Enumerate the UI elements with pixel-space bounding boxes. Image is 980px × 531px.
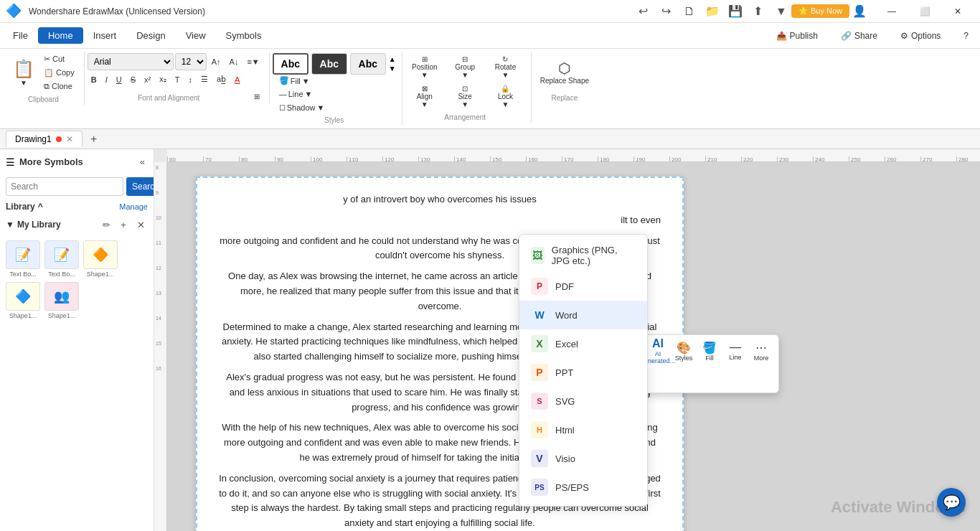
text-style-btn[interactable]: T bbox=[171, 74, 184, 85]
underline-btn[interactable]: U bbox=[113, 74, 126, 85]
fill-btn[interactable]: 🪣 Fill ▼ bbox=[275, 75, 329, 87]
new-btn[interactable]: 🗋 bbox=[679, 1, 699, 22]
subscript-btn[interactable]: x₂ bbox=[156, 73, 170, 85]
export-excel-item[interactable]: X Excel bbox=[519, 329, 647, 358]
style-box-2[interactable]: Abc bbox=[311, 53, 347, 75]
share-btn[interactable]: 🔗 Share bbox=[832, 28, 886, 44]
rotate-btn[interactable]: ↻Rotate ▼ bbox=[486, 53, 524, 81]
ft-styles-btn[interactable]: 🎨 Styles bbox=[672, 339, 695, 362]
ruler-tick-230: 230 bbox=[777, 156, 813, 162]
export-graphics-item[interactable]: 🖼 Graphics (PNG, JPG etc.) bbox=[519, 239, 647, 272]
thumbnail-item-1[interactable]: 📝 Text Bo... bbox=[44, 240, 79, 278]
ft-ai-btn[interactable]: AI AI generated... bbox=[646, 339, 669, 362]
increase-font-btn[interactable]: A↑ bbox=[208, 56, 225, 67]
maximize-btn[interactable]: ⬜ bbox=[908, 0, 941, 23]
bullet-list-btn[interactable]: ☰ bbox=[197, 73, 212, 85]
thumbnail-item-2[interactable]: 🔶 Shape1... bbox=[83, 240, 118, 278]
options-btn[interactable]: ⚙ Options bbox=[892, 28, 949, 44]
ft-more-btn[interactable]: ⋯ More bbox=[750, 339, 773, 362]
document-tab[interactable]: Drawing1 ✕ bbox=[6, 131, 83, 147]
sidebar-collapse-btn[interactable]: « bbox=[137, 155, 148, 169]
word-icon: W bbox=[531, 306, 548, 324]
shadow-btn[interactable]: ◻ Shadow ▼ bbox=[275, 101, 329, 113]
open-btn[interactable]: 📁 bbox=[702, 1, 722, 22]
library-label[interactable]: Library ^ bbox=[6, 202, 43, 212]
style-box-3[interactable]: Abc bbox=[350, 53, 386, 75]
close-library-btn[interactable]: ✕ bbox=[133, 217, 148, 232]
edit-library-btn[interactable]: ✏ bbox=[99, 217, 113, 232]
redo-btn[interactable]: ↪ bbox=[656, 1, 677, 22]
align-btn[interactable]: ⊠Align ▼ bbox=[405, 83, 444, 111]
styles-scroll-up[interactable]: ▲ bbox=[389, 55, 396, 63]
menu-view[interactable]: View bbox=[176, 27, 216, 44]
line-btn[interactable]: — Line ▼ bbox=[275, 88, 329, 100]
menu-symbols[interactable]: Symbols bbox=[216, 27, 272, 44]
position-btn[interactable]: ⊞Position ▼ bbox=[405, 53, 444, 81]
manage-link[interactable]: Manage bbox=[119, 202, 148, 211]
thumbnail-item-4[interactable]: 👥 Shape1... bbox=[44, 282, 79, 319]
size-btn[interactable]: ⊡Size ▼ bbox=[446, 83, 484, 111]
search-row: Search bbox=[0, 174, 154, 199]
search-btn[interactable]: Search bbox=[126, 177, 154, 196]
help-btn[interactable]: ? bbox=[955, 28, 977, 44]
export-word-item[interactable]: W Word bbox=[519, 301, 647, 329]
thumbnail-item-0[interactable]: 📝 Text Bo... bbox=[6, 240, 40, 278]
align-dropdown-btn[interactable]: ≡▼ bbox=[243, 56, 263, 67]
save-btn[interactable]: 💾 bbox=[725, 1, 745, 22]
menu-file[interactable]: File bbox=[3, 27, 38, 44]
italic-btn[interactable]: I bbox=[102, 74, 111, 85]
ft-fill-btn[interactable]: 🪣 Fill bbox=[698, 339, 721, 362]
decrease-font-btn[interactable]: A↓ bbox=[226, 56, 242, 67]
style-box-1[interactable]: Abc bbox=[273, 53, 308, 75]
publish-btn[interactable]: 📤 Publish bbox=[768, 28, 826, 44]
canvas-area[interactable]: 60 70 80 90 100 110 120 130 140 150 160 … bbox=[154, 149, 980, 531]
lock-btn[interactable]: 🔒Lock ▼ bbox=[486, 83, 524, 111]
undo-btn[interactable]: ↩ bbox=[633, 1, 654, 22]
line-spacing-btn[interactable]: ↕ bbox=[184, 74, 196, 85]
clone-btn[interactable]: ⧉ Clone bbox=[40, 80, 78, 93]
canvas-content[interactable]: y of an introvert boy who overcomes his … bbox=[167, 162, 980, 531]
export-btn[interactable]: ⬆ bbox=[748, 1, 768, 22]
font-group-label: Font and Alignment bbox=[88, 91, 250, 102]
cut-btn[interactable]: ✂ Cut bbox=[40, 53, 78, 65]
export-svg-item[interactable]: S SVG bbox=[519, 387, 647, 415]
menu-design[interactable]: Design bbox=[126, 27, 175, 44]
add-library-btn[interactable]: + bbox=[116, 217, 131, 232]
copy-btn[interactable]: 📋 Copy bbox=[40, 67, 78, 79]
styles-scroll-down[interactable]: ▼ bbox=[389, 65, 396, 72]
font-name-select[interactable]: Arial bbox=[88, 53, 174, 70]
avatar-btn[interactable]: 👤 bbox=[849, 1, 870, 22]
export-pdf-item[interactable]: P PDF bbox=[519, 272, 647, 301]
font-expand-btn[interactable]: ⊞ bbox=[250, 91, 263, 102]
group-btn[interactable]: ⊟Group ▼ bbox=[446, 53, 484, 81]
my-library-label[interactable]: ▼ My Library bbox=[6, 220, 96, 230]
export-ppt-item[interactable]: P PPT bbox=[519, 358, 647, 387]
replace-shape-btn[interactable]: ⬡ Replace Shape bbox=[534, 57, 595, 88]
ribbon-group-arrangement: ⊞Position ▼ ⊟Group ▼ ↻Rotate ▼ ⊠Align ▼ … bbox=[402, 52, 532, 123]
minimize-btn[interactable]: — bbox=[875, 0, 908, 23]
thumbnail-item-3[interactable]: 🔷 Shape1... bbox=[6, 282, 40, 319]
strikethrough-btn[interactable]: S bbox=[127, 74, 139, 85]
ft-line-btn[interactable]: — Line bbox=[724, 339, 747, 362]
chat-assistant-btn[interactable]: 💬 bbox=[937, 488, 966, 517]
more-title-btn[interactable]: ▼ bbox=[771, 1, 791, 22]
ribbon-group-clipboard: 📋▼ ✂ Cut 📋 Copy ⧉ Clone Clipboard bbox=[6, 52, 85, 105]
bold-btn[interactable]: B bbox=[88, 74, 100, 85]
search-input[interactable] bbox=[6, 177, 123, 196]
menu-home[interactable]: Home bbox=[38, 27, 83, 44]
buy-now-btn[interactable]: ⭐ Buy Now bbox=[791, 4, 849, 18]
export-html-item[interactable]: H Html bbox=[519, 415, 647, 444]
superscript-btn[interactable]: x² bbox=[141, 74, 154, 85]
library-row: Library ^ Manage bbox=[0, 199, 154, 215]
font-size-select[interactable]: 12 bbox=[175, 53, 207, 70]
menu-insert[interactable]: Insert bbox=[83, 27, 127, 44]
align-text-btn[interactable]: ab̲ bbox=[213, 73, 230, 85]
close-btn[interactable]: ✕ bbox=[941, 0, 974, 23]
export-graphics-label: Graphics (PNG, JPG etc.) bbox=[552, 245, 636, 266]
export-ps-item[interactable]: PS PS/EPS bbox=[519, 473, 647, 502]
font-color-btn[interactable]: A bbox=[231, 74, 243, 85]
export-visio-item[interactable]: V Visio bbox=[519, 444, 647, 473]
paste-btn[interactable]: 📋▼ bbox=[9, 57, 39, 89]
add-tab-btn[interactable]: + bbox=[85, 131, 103, 148]
tab-close-btn[interactable]: ✕ bbox=[66, 134, 73, 144]
